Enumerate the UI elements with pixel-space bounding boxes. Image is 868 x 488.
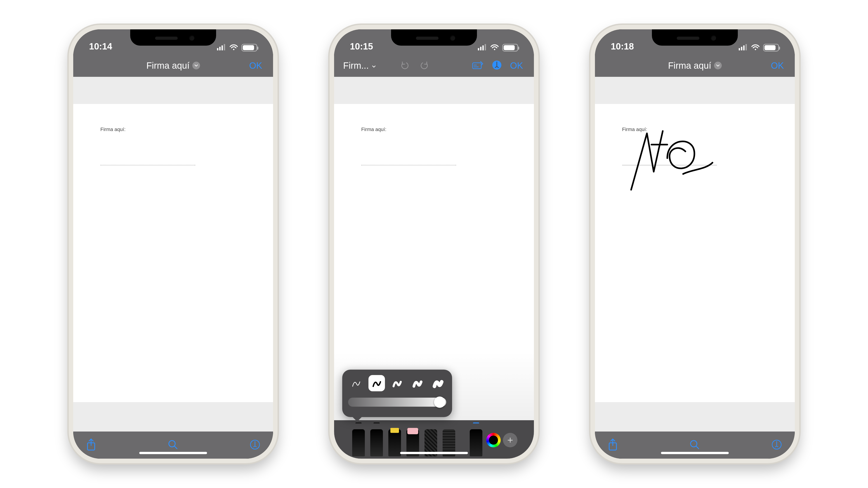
share-icon[interactable]	[608, 438, 618, 452]
done-button[interactable]: OK	[249, 61, 262, 71]
color-picker-icon[interactable]	[486, 433, 501, 447]
add-annotation-button[interactable]: +	[503, 433, 518, 447]
status-time: 10:15	[350, 41, 373, 52]
chevron-down-icon	[714, 62, 722, 69]
svg-rect-17	[743, 45, 745, 51]
status-time: 10:18	[611, 41, 634, 52]
document-title[interactable]: Firma aquí	[146, 61, 200, 71]
home-indicator[interactable]	[139, 452, 207, 454]
cellular-signal-icon	[478, 44, 487, 51]
handwritten-signature	[618, 124, 717, 192]
navigation-bar: Firm... OK	[334, 54, 534, 77]
phone-mockup-2: 10:15 77 Firm...	[330, 25, 538, 463]
ruler-tool[interactable]	[441, 422, 457, 456]
home-indicator[interactable]	[661, 452, 729, 454]
wifi-icon	[229, 44, 238, 52]
plus-icon: +	[507, 434, 513, 446]
battery-icon: 78	[241, 44, 257, 52]
title-text: Firma aquí	[668, 61, 711, 71]
signature-line	[100, 165, 195, 165]
battery-icon: 77	[763, 44, 779, 52]
status-time: 10:14	[89, 41, 112, 52]
document-page[interactable]: Firma aquí:	[73, 104, 273, 402]
device-notch	[652, 29, 738, 46]
signature-line	[361, 165, 456, 165]
document-title[interactable]: Firm...	[343, 61, 376, 71]
svg-point-19	[755, 49, 756, 50]
document-page[interactable]: Firma aquí:	[595, 104, 795, 402]
document-viewport[interactable]: Firma aquí:	[73, 77, 273, 431]
stroke-options-popover	[342, 369, 452, 417]
stroke-width-2[interactable]	[368, 375, 385, 391]
redo-icon[interactable]	[420, 60, 430, 71]
stroke-width-4[interactable]	[409, 375, 426, 391]
markup-toggle-icon[interactable]	[492, 60, 502, 71]
title-text: Firma aquí	[146, 61, 189, 71]
home-indicator[interactable]	[400, 452, 468, 454]
bottom-toolbar	[73, 431, 273, 459]
svg-rect-11	[485, 44, 486, 51]
done-button[interactable]: OK	[510, 61, 523, 71]
stroke-width-3[interactable]	[389, 375, 405, 391]
document-title[interactable]: Firma aquí	[668, 61, 721, 71]
pen-tool[interactable]	[350, 422, 366, 456]
autofill-icon[interactable]	[472, 61, 484, 70]
lasso-tool[interactable]	[423, 422, 439, 456]
battery-level: 78	[247, 45, 252, 51]
felt-pen-tool[interactable]	[369, 422, 384, 456]
stroke-width-5[interactable]	[430, 375, 446, 391]
title-text: Firm...	[343, 61, 369, 71]
search-icon[interactable]	[167, 439, 178, 451]
markup-icon[interactable]	[771, 439, 782, 451]
phone-mockup-3: 10:18 77 Firma aquí O	[590, 25, 799, 463]
share-icon[interactable]	[86, 438, 96, 452]
document-viewport[interactable]: Firma aquí:	[595, 77, 795, 431]
battery-level: 77	[768, 45, 774, 51]
signature-prompt-label: Firma aquí:	[361, 127, 507, 132]
svg-rect-9	[480, 47, 482, 51]
bottom-toolbar	[595, 431, 795, 459]
svg-point-12	[494, 49, 495, 50]
battery-icon: 77	[502, 44, 518, 52]
search-icon[interactable]	[689, 439, 700, 451]
stroke-width-1[interactable]	[348, 375, 364, 391]
svg-rect-15	[739, 48, 740, 51]
svg-point-4	[233, 49, 235, 50]
chevron-down-icon	[192, 62, 200, 69]
opacity-slider[interactable]	[348, 398, 446, 407]
highlighter-tool[interactable]	[387, 422, 403, 456]
device-notch	[130, 29, 216, 46]
chevron-down-icon	[372, 61, 376, 71]
svg-rect-13	[473, 63, 481, 69]
svg-rect-0	[217, 48, 218, 51]
battery-level: 77	[507, 45, 513, 51]
eraser-tool[interactable]	[405, 422, 421, 456]
svg-rect-1	[219, 47, 221, 51]
svg-rect-8	[478, 48, 479, 51]
markup-icon[interactable]	[250, 439, 260, 451]
svg-rect-10	[483, 45, 484, 51]
pencil-tool[interactable]	[468, 422, 484, 456]
signature-prompt-label: Firma aquí:	[100, 127, 246, 132]
cellular-signal-icon	[739, 44, 748, 51]
wifi-icon	[490, 44, 499, 52]
done-button[interactable]: OK	[771, 61, 784, 71]
svg-rect-3	[224, 44, 225, 51]
device-notch	[391, 29, 477, 46]
undo-icon[interactable]	[400, 60, 410, 71]
svg-rect-2	[221, 45, 223, 51]
cellular-signal-icon	[217, 44, 226, 51]
svg-rect-18	[745, 44, 747, 51]
navigation-bar: Firma aquí OK	[595, 54, 795, 77]
navigation-bar: Firma aquí OK	[73, 54, 273, 77]
wifi-icon	[751, 44, 760, 52]
slider-thumb[interactable]	[434, 396, 445, 408]
phone-mockup-1: 10:14 78 Firma aquí O	[69, 25, 278, 463]
svg-rect-16	[741, 47, 742, 51]
